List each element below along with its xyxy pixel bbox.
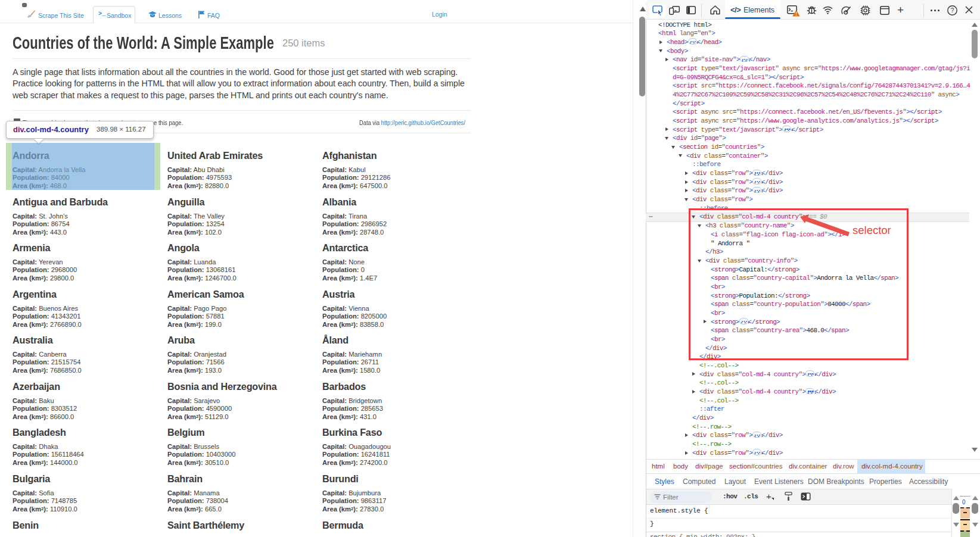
svg-text:?: ?	[951, 7, 954, 14]
